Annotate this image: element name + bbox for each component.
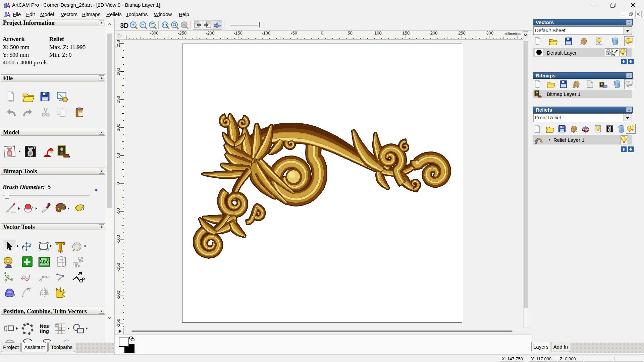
svg-text:-200: -200 xyxy=(206,31,214,36)
svg-text:0: 0 xyxy=(321,31,323,36)
svg-text:300: 300 xyxy=(486,31,494,36)
svg-text:100: 100 xyxy=(116,124,121,131)
svg-text:0: 0 xyxy=(116,182,121,184)
svg-text:100: 100 xyxy=(374,31,382,36)
svg-text:150: 150 xyxy=(402,31,410,36)
svg-text:250: 250 xyxy=(458,31,466,36)
svg-text:150: 150 xyxy=(116,96,121,103)
svg-text:-150: -150 xyxy=(234,31,243,36)
svg-text:-100: -100 xyxy=(116,235,121,244)
svg-text:-250: -250 xyxy=(116,319,121,327)
svg-text:-300: -300 xyxy=(150,31,159,36)
svg-text:millimetres: millimetres xyxy=(503,32,521,36)
svg-text:50: 50 xyxy=(347,31,352,36)
svg-text:-50: -50 xyxy=(291,31,297,36)
svg-text:-150: -150 xyxy=(116,263,121,272)
svg-text:50: 50 xyxy=(116,153,121,158)
svg-text:-200: -200 xyxy=(116,291,121,300)
svg-text:200: 200 xyxy=(116,68,121,75)
svg-text:250: 250 xyxy=(116,40,121,47)
svg-text:-50: -50 xyxy=(116,208,121,215)
svg-text:200: 200 xyxy=(430,31,438,36)
svg-text:-250: -250 xyxy=(178,31,186,36)
svg-text:-100: -100 xyxy=(262,31,270,36)
